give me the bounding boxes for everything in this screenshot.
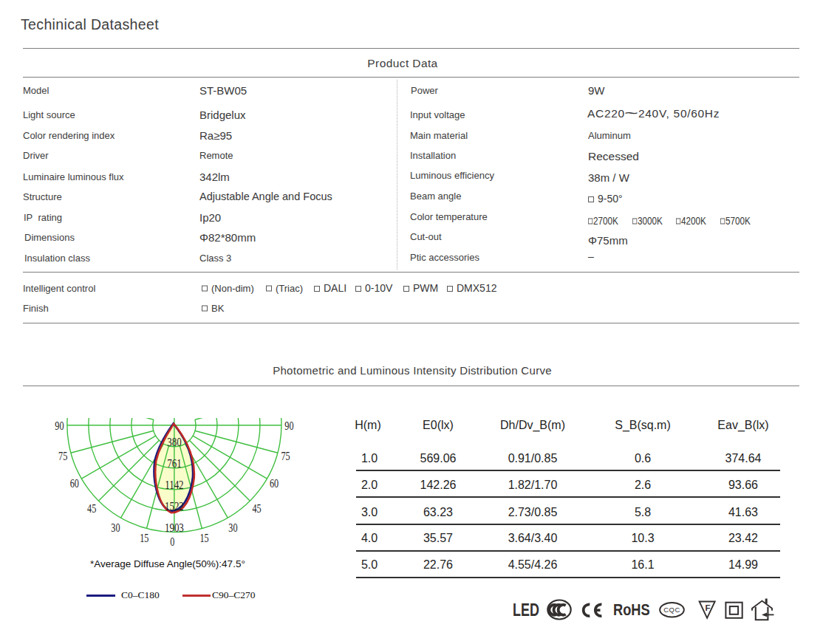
- svg-text:30: 30: [111, 521, 120, 534]
- svg-text:60: 60: [270, 476, 279, 490]
- svg-text:1522: 1522: [165, 499, 184, 513]
- svg-text:30: 30: [228, 521, 237, 534]
- svg-text:1142: 1142: [165, 477, 183, 491]
- svg-text:761: 761: [167, 456, 181, 470]
- svg-text:F: F: [705, 603, 710, 612]
- svg-text:380: 380: [167, 434, 182, 448]
- svg-text:75: 75: [58, 449, 67, 462]
- svg-text:45: 45: [253, 501, 262, 515]
- svg-text:45: 45: [87, 501, 96, 515]
- svg-text:15: 15: [199, 531, 208, 544]
- svg-text:0: 0: [170, 535, 174, 548]
- svg-text:15: 15: [140, 531, 148, 544]
- svg-text:1903: 1903: [165, 520, 184, 534]
- svg-text:CQC: CQC: [663, 606, 680, 614]
- svg-text:60: 60: [70, 476, 79, 490]
- svg-text:90: 90: [55, 419, 64, 432]
- svg-text:75: 75: [281, 449, 290, 462]
- svg-text:90: 90: [284, 419, 293, 432]
